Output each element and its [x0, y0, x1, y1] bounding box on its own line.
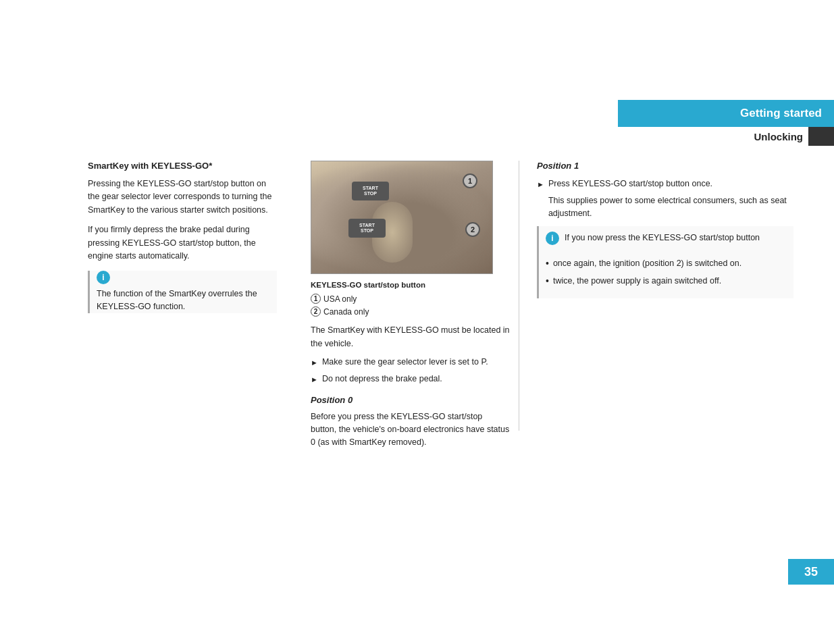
info-icon: i — [97, 271, 110, 284]
right-arrow-text-1: Press KEYLESS-GO start/stop button once. — [548, 178, 793, 190]
caption-text-2: Canada only — [323, 306, 369, 319]
bullet-dot-1: • — [546, 257, 549, 271]
right-info-para: If you now press the KEYLESS-GO start/st… — [565, 232, 760, 244]
mid-arrow-text-1: Make sure the gear selector lever is set… — [322, 356, 488, 369]
mid-arrow-text-2: Do not depress the brake pedal. — [322, 373, 442, 385]
left-info-box: i The function of the SmartKey overrules… — [88, 271, 277, 313]
left-info-text: The function of the SmartKey overrules t… — [97, 288, 277, 313]
circle-num-2: 2 — [311, 306, 321, 317]
unlocking-label: Unlocking — [754, 131, 808, 142]
mid-arrow-item-2: ► Do not depress the brake pedal. — [311, 373, 510, 385]
car-image: STARTSTOP STARTSTOP 1 2 — [311, 161, 493, 274]
right-arrow-icon-1: ► — [537, 179, 544, 190]
bullet-text-1: once again, the ignition (position 2) is… — [553, 257, 741, 270]
arrow-icon-2: ► — [311, 374, 318, 385]
button-indicator-2: 2 — [465, 222, 480, 237]
mid-body-para: The SmartKey with KEYLESS-GO must be loc… — [311, 324, 510, 350]
unlocking-block — [808, 127, 834, 146]
circle-num-1: 1 — [311, 294, 321, 304]
caption-item-2: 2 Canada only — [311, 306, 510, 319]
bullet-text-2: twice, the power supply is again switche… — [553, 275, 721, 288]
getting-started-label: Getting started — [618, 100, 834, 127]
left-para2: If you firmly depress the brake pedal du… — [88, 223, 277, 263]
button-indicator-1: 1 — [463, 173, 477, 188]
caption-item-1: 1 USA only — [311, 293, 510, 306]
header-section: Getting started Unlocking — [618, 100, 834, 146]
section-title: SmartKey with KEYLESS-GO* — [88, 161, 277, 171]
left-column: SmartKey with KEYLESS-GO* Pressing the K… — [88, 161, 277, 313]
middle-column: STARTSTOP STARTSTOP 1 2 KEYLESS-GO start… — [311, 161, 510, 455]
mid-arrow-item-1: ► Make sure the gear selector lever is s… — [311, 356, 510, 369]
left-para1: Pressing the KEYLESS-GO start/stop butto… — [88, 178, 277, 217]
right-column: Position 1 ► Press KEYLESS-GO start/stop… — [537, 161, 793, 305]
position0-body: Before you press the KEYLESS-GO start/st… — [311, 410, 510, 450]
bullet-item-2: • twice, the power supply is again switc… — [546, 275, 787, 289]
car-image-bg: STARTSTOP STARTSTOP 1 2 — [311, 161, 492, 273]
position1-title: Position 1 — [537, 161, 793, 171]
right-info-icon: i — [546, 232, 559, 245]
bullet-item-1: • once again, the ignition (position 2) … — [546, 257, 787, 271]
right-arrow-sub-1: This supplies power to some electrical c… — [548, 194, 793, 220]
page-number: 35 — [788, 559, 834, 585]
position0-title: Position 0 — [311, 395, 510, 405]
column-divider — [519, 161, 519, 431]
right-info-box: i If you now press the KEYLESS-GO start/… — [537, 226, 793, 298]
image-caption: KEYLESS-GO start/stop button — [311, 281, 510, 289]
unlocking-row: Unlocking — [618, 127, 834, 146]
right-arrow-item-1: ► Press KEYLESS-GO start/stop button onc… — [537, 178, 793, 219]
caption-text-1: USA only — [323, 293, 357, 306]
arrow-icon-1: ► — [311, 357, 318, 369]
bullet-dot-2: • — [546, 274, 549, 289]
